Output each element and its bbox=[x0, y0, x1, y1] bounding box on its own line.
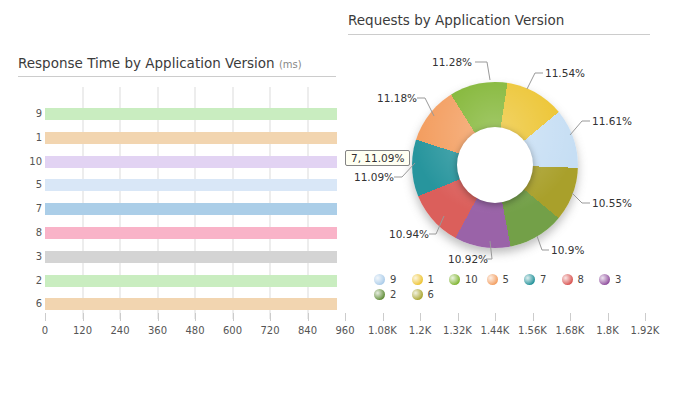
pie-slice-label: 11.54% bbox=[545, 67, 585, 79]
legend-item-label: 9 bbox=[390, 274, 396, 285]
bar-category-label: 6 bbox=[8, 298, 42, 310]
legend-marker-icon bbox=[487, 274, 498, 285]
pie-slice-label: 11.09% bbox=[354, 171, 394, 183]
bar-category-label: 7 bbox=[8, 203, 42, 215]
legend-item-label: 10 bbox=[465, 274, 478, 285]
bar[interactable] bbox=[45, 275, 337, 287]
x-axis-tick bbox=[570, 313, 571, 321]
legend-marker-icon bbox=[562, 274, 573, 285]
legend-item-label: 3 bbox=[615, 274, 621, 285]
pie-slice-label: 10.94% bbox=[389, 228, 429, 240]
pie-slice-label: 10.9% bbox=[551, 244, 591, 256]
legend-marker-icon bbox=[374, 274, 385, 285]
bar[interactable] bbox=[45, 156, 337, 168]
x-axis-tick bbox=[270, 313, 271, 321]
legend-marker-icon bbox=[524, 274, 535, 285]
x-axis-tick bbox=[383, 313, 384, 321]
pie-slice-label: 11.61% bbox=[592, 115, 632, 127]
x-axis-tick bbox=[45, 313, 46, 321]
x-axis-tick bbox=[158, 313, 159, 321]
x-axis-tick bbox=[458, 313, 459, 321]
x-axis-tick bbox=[345, 313, 346, 321]
bar-category-label: 5 bbox=[8, 179, 42, 191]
x-axis-tick bbox=[495, 313, 496, 321]
pie-slice-label: 11.18% bbox=[377, 92, 417, 104]
bar-category-label: 2 bbox=[8, 275, 42, 287]
x-axis-tick-label: 1.92K bbox=[623, 325, 667, 336]
legend-marker-icon bbox=[599, 274, 610, 285]
pie-slice-label: 10.92% bbox=[448, 253, 488, 265]
legend-item-label: 8 bbox=[578, 274, 584, 285]
x-axis-tick bbox=[420, 313, 421, 321]
bar[interactable] bbox=[45, 203, 337, 215]
legend-marker-icon bbox=[449, 274, 460, 285]
x-axis-tick bbox=[645, 313, 646, 321]
pie-slice-label: 11.28% bbox=[432, 56, 472, 68]
requests-chart-title: Requests by Application Version bbox=[348, 12, 564, 28]
legend-marker-icon bbox=[412, 274, 423, 285]
x-axis-tick bbox=[308, 313, 309, 321]
legend-marker-icon bbox=[412, 289, 423, 300]
legend-item-label: 5 bbox=[503, 274, 509, 285]
response-time-chart-title: Response Time by Application Version (ms… bbox=[18, 55, 302, 71]
response-time-title-rule bbox=[18, 76, 336, 77]
x-axis-tick bbox=[120, 313, 121, 321]
bar[interactable] bbox=[45, 132, 337, 144]
legend-item-label: 6 bbox=[428, 289, 434, 300]
requests-title-rule bbox=[348, 34, 650, 35]
legend-item-label: 2 bbox=[390, 289, 396, 300]
legend-marker-icon bbox=[374, 289, 385, 300]
legend-item-label: 7 bbox=[540, 274, 546, 285]
x-axis-tick bbox=[608, 313, 609, 321]
bar-category-label: 9 bbox=[8, 108, 42, 120]
x-axis-tick bbox=[533, 313, 534, 321]
bar[interactable] bbox=[45, 298, 337, 310]
donut-hole bbox=[457, 127, 533, 203]
bar[interactable] bbox=[45, 227, 337, 239]
x-axis-tick bbox=[233, 313, 234, 321]
donut-tooltip: 7, 11.09% bbox=[345, 150, 410, 166]
bar[interactable] bbox=[45, 108, 337, 120]
response-time-title-unit: (ms) bbox=[279, 59, 302, 70]
requests-title-text: Requests by Application Version bbox=[348, 12, 564, 28]
x-axis-tick bbox=[83, 313, 84, 321]
bar-category-label: 10 bbox=[8, 156, 42, 168]
response-time-title-text: Response Time by Application Version bbox=[18, 55, 275, 71]
bar[interactable] bbox=[45, 251, 337, 263]
legend-item-label: 1 bbox=[428, 274, 434, 285]
bar-category-label: 1 bbox=[8, 132, 42, 144]
x-axis-tick bbox=[195, 313, 196, 321]
pie-slice-label: 10.55% bbox=[592, 197, 632, 209]
bar[interactable] bbox=[45, 179, 337, 191]
bar-category-label: 3 bbox=[8, 251, 42, 263]
bar-category-label: 8 bbox=[8, 227, 42, 239]
dashboard: Response Time by Application Version (ms… bbox=[0, 0, 677, 400]
